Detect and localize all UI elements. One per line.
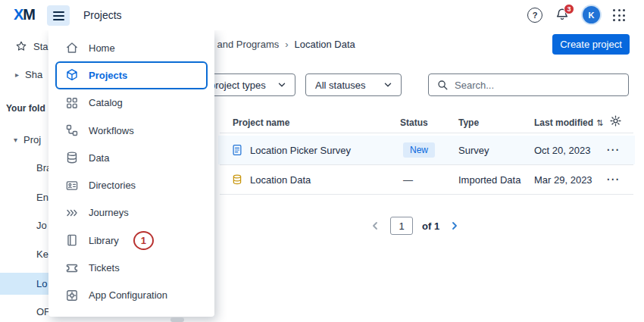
sort-icon[interactable]: ⇅ — [596, 118, 603, 128]
caret-down-icon: ▾ — [14, 136, 17, 144]
column-header-type[interactable]: Type — [458, 117, 479, 128]
apps-grid-icon[interactable] — [613, 9, 626, 22]
sidebar-label: Sha — [25, 69, 42, 80]
help-icon[interactable]: ? — [527, 8, 542, 23]
menu-item-label: Workflows — [89, 125, 134, 136]
page-title: Projects — [83, 9, 122, 21]
status-badge: New — [403, 142, 435, 158]
menu-item-label: Catalog — [89, 97, 123, 108]
menu-item-workflows[interactable]: Workflows — [55, 117, 208, 144]
pagination: 1 of 1 — [369, 217, 461, 235]
column-header-status[interactable]: Status — [400, 117, 428, 128]
menu-item-projects[interactable]: Projects — [55, 61, 208, 89]
ticket-icon — [65, 261, 79, 275]
journeys-chevrons-icon — [65, 206, 79, 220]
menu-item-label: App Configuration — [89, 289, 167, 301]
last-modified-date: Mar 29, 2023 — [534, 174, 592, 186]
menu-item-label: Directories — [89, 180, 136, 191]
table-settings-gear-icon[interactable] — [609, 114, 622, 130]
column-header-last-modified[interactable]: Last modified ⇅ — [534, 117, 603, 128]
column-header-label: Last modified — [534, 117, 593, 128]
row-more-icon[interactable]: ⋯ — [606, 142, 620, 158]
survey-document-icon — [231, 144, 243, 159]
menu-item-label: Home — [89, 42, 115, 54]
imported-data-icon — [231, 174, 243, 189]
sidebar-item-starred[interactable]: Star — [15, 40, 52, 52]
sidebar-label: Ke — [36, 249, 48, 260]
caret-right-icon: ▸ — [15, 70, 19, 79]
table-header-divider — [220, 133, 633, 133]
sidebar-label: Lo — [36, 278, 47, 289]
help-glyph: ? — [533, 11, 538, 20]
last-modified-date: Oct 20, 2023 — [534, 145, 590, 156]
search-icon — [436, 79, 449, 91]
app-configuration-icon — [65, 289, 79, 302]
chevron-down-icon — [383, 80, 393, 90]
menu-item-tickets[interactable]: Tickets — [55, 254, 208, 281]
sidebar-label: Proj — [23, 134, 41, 145]
chevron-down-icon — [277, 80, 287, 90]
home-icon — [65, 41, 79, 55]
page-count-label: of 1 — [422, 220, 439, 232]
menu-item-home[interactable]: Home — [55, 34, 208, 61]
menu-item-app-configuration[interactable]: App Configuration — [55, 282, 208, 309]
next-page-icon[interactable] — [449, 220, 461, 232]
menu-item-label: Tickets — [89, 262, 120, 274]
sidebar-folder-item[interactable]: En — [36, 192, 48, 203]
sidebar-item-shared[interactable]: ▸ Sha — [15, 69, 42, 80]
menu-item-label: Data — [89, 152, 109, 164]
app-window: Star ▸ Sha Your fold ▾ Proj Bra En Jo Ke… — [0, 0, 644, 322]
status-filter[interactable]: All statuses — [305, 73, 402, 96]
catalog-grid-icon — [65, 96, 79, 110]
search-input[interactable] — [455, 80, 621, 91]
menu-item-directories[interactable]: Directories — [55, 171, 208, 199]
avatar-initial: K — [589, 11, 595, 20]
sidebar-label: En — [36, 192, 48, 203]
status-empty: — — [403, 174, 413, 186]
breadcrumb-current: Location Data — [295, 39, 355, 50]
horizontal-scrollbar-thumb[interactable] — [170, 317, 184, 322]
logo-x: X — [14, 6, 23, 23]
directories-card-icon — [65, 179, 79, 192]
user-avatar[interactable]: K — [583, 6, 600, 23]
menu-item-label: Journeys — [89, 207, 129, 218]
search-box — [428, 73, 629, 96]
workflows-icon — [65, 123, 79, 137]
column-header-project-name[interactable]: Project name — [233, 117, 289, 128]
sidebar-folder-item[interactable]: Ke — [36, 249, 48, 260]
row-more-icon[interactable]: ⋯ — [606, 171, 620, 187]
star-icon — [15, 40, 27, 52]
table-row[interactable]: Location Data — Imported Data Mar 29, 20… — [218, 165, 635, 194]
page-number-input[interactable]: 1 — [390, 217, 413, 235]
menu-item-label: Library — [89, 235, 119, 246]
library-book-icon — [65, 233, 79, 247]
project-type: Imported Data — [458, 174, 521, 186]
menu-item-journeys[interactable]: Journeys — [55, 199, 208, 227]
projects-cube-icon — [65, 68, 79, 82]
sidebar-folders-heading: Your fold — [6, 103, 45, 114]
xm-logo[interactable]: XM — [14, 6, 35, 23]
top-bar: XM Projects ? 3 K — [0, 0, 644, 30]
sidebar-folder-item[interactable]: Jo — [36, 220, 47, 231]
menu-item-library[interactable]: Library 1 — [55, 227, 208, 254]
logo-m: M — [23, 6, 35, 23]
previous-page-icon[interactable] — [369, 220, 381, 232]
annotation-step-circle: 1 — [133, 231, 154, 250]
project-type: Survey — [458, 145, 489, 156]
status-filter-value: All statuses — [315, 80, 365, 91]
project-name[interactable]: Location Data — [250, 174, 311, 186]
project-name[interactable]: Location Picker Survey — [250, 145, 351, 156]
hamburger-menu-button[interactable] — [47, 5, 70, 26]
menu-item-data[interactable]: Data — [55, 144, 208, 171]
breadcrumb-separator-icon: › — [285, 39, 288, 50]
menu-item-catalog[interactable]: Catalog — [55, 89, 208, 117]
sidebar-item-projects-folder[interactable]: ▾ Proj — [14, 134, 41, 145]
sidebar-label: Jo — [36, 220, 47, 231]
sidebar-folder-item-selected[interactable]: Lo — [36, 278, 47, 289]
notifications-bell-icon[interactable]: 3 — [555, 7, 571, 23]
nav-menu-panel: Home Projects Catalog Workflows Data Dir… — [48, 30, 214, 317]
menu-item-label: Projects — [89, 70, 127, 81]
table-row[interactable]: Location Picker Survey New Survey Oct 20… — [218, 136, 635, 164]
create-project-button[interactable]: Create project — [552, 34, 630, 55]
database-icon — [65, 151, 79, 164]
